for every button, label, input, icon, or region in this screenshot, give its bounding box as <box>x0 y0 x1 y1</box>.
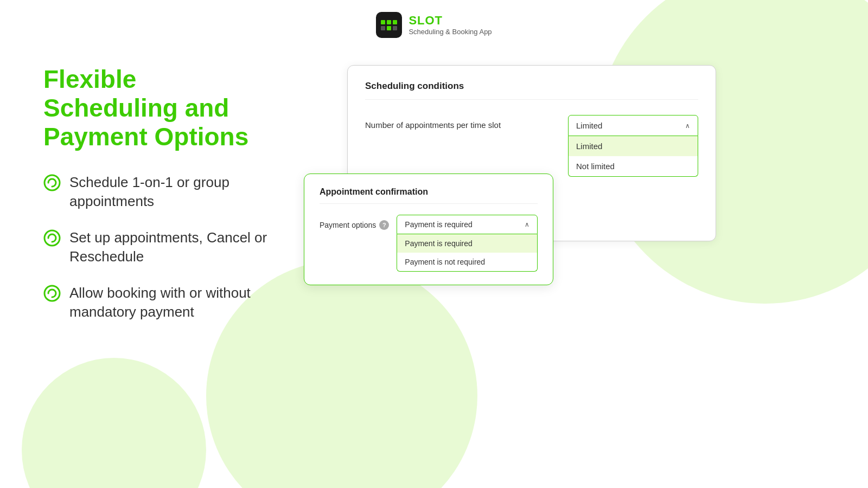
bullet-icon-2 <box>43 229 61 247</box>
bg-circle-bottom-left <box>22 358 206 488</box>
not-limited-option[interactable]: Not limited <box>569 156 698 176</box>
feature-item-3: Allow booking with or without mandatory … <box>43 284 271 322</box>
feature-item-1: Schedule 1-on-1 or group appointments <box>43 173 271 211</box>
feature-text-1: Schedule 1-on-1 or group appointments <box>69 173 271 211</box>
limited-dropdown-options: Limited Not limited <box>568 136 698 177</box>
bullet-icon-3 <box>43 285 61 302</box>
chevron-up-icon: ∧ <box>685 122 690 130</box>
payment-row: Payment options ? Payment is required ∧ … <box>320 215 538 272</box>
left-section: Flexible Scheduling and Payment Options … <box>43 65 271 322</box>
logo-text-group: SLOT Scheduling & Booking App <box>409 14 492 36</box>
feature-list: Schedule 1-on-1 or group appointments Se… <box>43 173 271 322</box>
logo-subtitle: Scheduling & Booking App <box>409 28 492 36</box>
payment-dropdown-value: Payment is required <box>405 220 473 229</box>
appointment-card: Appointment confirmation Payment options… <box>304 174 553 285</box>
limited-dropdown-value: Limited <box>576 121 602 130</box>
logo-title: SLOT <box>409 14 492 28</box>
dot <box>381 26 385 30</box>
dot <box>393 26 397 30</box>
logo-box <box>376 12 402 38</box>
appointment-card-title: Appointment confirmation <box>320 187 538 204</box>
payment-dropdown-options: Payment is required Payment is not requi… <box>397 234 538 272</box>
payment-dropdown[interactable]: Payment is required ∧ <box>397 215 538 234</box>
limited-dropdown[interactable]: Limited ∧ <box>568 115 698 136</box>
scheduling-field-row: Number of appointments per time slot Lim… <box>365 115 698 177</box>
dot <box>387 26 391 30</box>
appointments-field-label: Number of appointments per time slot <box>365 115 557 130</box>
help-icon[interactable]: ? <box>379 220 389 230</box>
page-title: Flexible Scheduling and Payment Options <box>43 65 271 151</box>
dot <box>381 20 385 24</box>
bullet-icon-1 <box>43 174 61 191</box>
right-section: Scheduling conditions Number of appointm… <box>304 65 825 336</box>
payment-not-required-option[interactable]: Payment is not required <box>397 253 537 271</box>
payment-dropdown-container: Payment is required ∧ Payment is require… <box>397 215 538 272</box>
main-content: Flexible Scheduling and Payment Options … <box>0 43 868 336</box>
dot <box>387 20 391 24</box>
limited-option[interactable]: Limited <box>569 136 698 156</box>
limited-dropdown-container: Limited ∧ Limited Not limited <box>568 115 698 177</box>
header: SLOT Scheduling & Booking App <box>0 0 868 43</box>
payment-required-option[interactable]: Payment is required <box>397 234 537 253</box>
feature-text-3: Allow booking with or without mandatory … <box>69 284 271 322</box>
feature-item-2: Set up appointments, Cancel or Reschedul… <box>43 228 271 266</box>
feature-text-2: Set up appointments, Cancel or Reschedul… <box>69 228 271 266</box>
logo-dots <box>381 20 397 30</box>
payment-options-label: Payment options ? <box>320 215 389 230</box>
payment-chevron-up-icon: ∧ <box>525 221 529 228</box>
payment-label-text: Payment options <box>320 221 376 229</box>
scheduling-card-title: Scheduling conditions <box>365 81 698 100</box>
dot <box>393 20 397 24</box>
